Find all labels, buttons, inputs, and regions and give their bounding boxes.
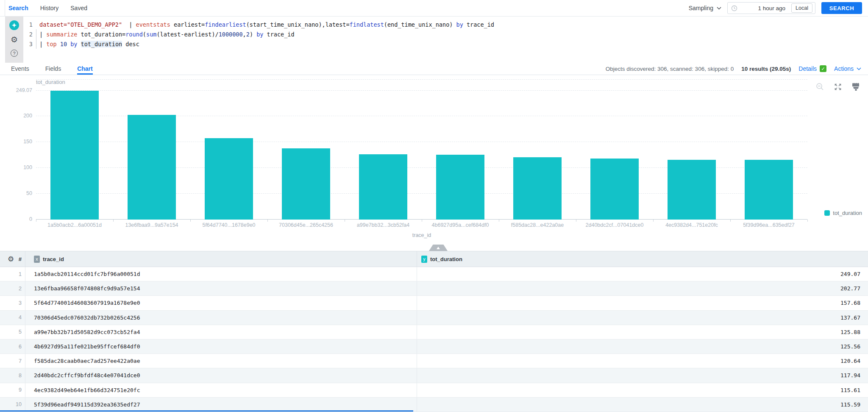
row-number-cell: 9	[0, 383, 25, 397]
tab-events[interactable]: Events	[11, 63, 29, 75]
table-row[interactable]: 11a5b0acb20114ccd01fc7bf96a00051d249.07	[0, 267, 868, 281]
y-tick-label: 200	[0, 113, 32, 119]
row-number-header: #	[19, 256, 22, 262]
tot-duration-cell[interactable]: 115.59	[417, 401, 868, 408]
table-row[interactable]: 64b6927d95a11fe021be95ffcef684df0125.56	[0, 340, 868, 354]
bar-slot	[730, 80, 807, 220]
timezone-local-button[interactable]: Local	[791, 3, 812, 13]
tot-duration-cell[interactable]: 125.88	[417, 329, 868, 335]
query-text[interactable]: 1dataset="OTEL_DEMO_APP2" | eventstats e…	[23, 19, 868, 49]
x-tick-mark	[730, 220, 731, 222]
query-line-1[interactable]: 1dataset="OTEL_DEMO_APP2" | eventstats e…	[23, 19, 868, 29]
bar-slot	[422, 80, 499, 220]
row-number-cell: 4	[0, 311, 25, 325]
x-category-label: 5f64d7740...1678e9e0	[190, 222, 267, 228]
trace-id-cell[interactable]: a99e7bb32b71d50582d9cc073cb52fa4	[25, 325, 417, 339]
bar-slot	[113, 80, 190, 220]
bar-slot	[36, 80, 113, 220]
table-row[interactable]: 94ec9382d49eb64e1fb66d324751e20fc115.61	[0, 383, 868, 398]
tot-duration-cell[interactable]: 249.07	[417, 271, 868, 277]
bar-10[interactable]	[745, 160, 793, 220]
time-range-value: 1 hour ago	[758, 5, 786, 11]
results-summary: 10 results (29.05s)	[741, 66, 791, 72]
trace-id-cell[interactable]: 5f64d774001d46083607919a1678e9e0	[25, 296, 417, 310]
trace-id-cell[interactable]: 70306d45edc076032db732b0265c4256	[25, 311, 417, 325]
search-button[interactable]: SEARCH	[821, 2, 862, 14]
tot-duration-cell[interactable]: 202.77	[417, 285, 868, 292]
tot-duration-cell[interactable]: 117.94	[417, 372, 868, 379]
x-tick-mark	[807, 220, 808, 222]
table-row[interactable]: 470306d45edc076032db732b0265c4256137.67	[0, 311, 868, 325]
bar-5[interactable]	[359, 154, 408, 220]
y-tick-label: 100	[0, 164, 32, 170]
bar-2[interactable]	[128, 115, 176, 220]
expand-icon[interactable]	[834, 83, 842, 91]
tab-fields[interactable]: Fields	[45, 63, 61, 75]
nav-tab-history[interactable]: History	[40, 5, 59, 11]
table-row[interactable]: 35f64d774001d46083607919a1678e9e0157.68	[0, 296, 868, 310]
indent-guide	[33, 39, 36, 49]
tot-duration-cell[interactable]: 115.61	[417, 387, 868, 393]
x-category-label: 4ec9382d4...751e20fc	[653, 222, 730, 228]
tot-duration-cell[interactable]: 120.64	[417, 358, 868, 364]
bar-8[interactable]	[590, 159, 639, 220]
tab-chart[interactable]: Chart	[77, 63, 93, 75]
row-number-cell: 6	[0, 340, 25, 354]
query-line-2[interactable]: 2| summarize tot_duration=round(sum(late…	[23, 29, 868, 39]
bar-3[interactable]	[205, 138, 253, 220]
table-row[interactable]: 213e6fbaa96658f074808fc9d9a57e154202.77	[0, 281, 868, 296]
trace-id-cell[interactable]: 5f39d96eadf949115d392ea3635edf27	[25, 398, 417, 412]
trace-id-cell[interactable]: f585dac28caab0aec7ad257ee422a0ae	[25, 354, 417, 368]
table-row[interactable]: 105f39d96eadf949115d392ea3635edf27115.59	[0, 398, 868, 412]
trace-id-cell[interactable]: 1a5b0acb20114ccd01fc7bf96a00051d	[25, 267, 417, 281]
x-category-label: 2d40bdc2cf...07041dce0	[576, 222, 653, 228]
line-number: 1	[23, 21, 33, 28]
trace-id-cell[interactable]: 13e6fbaa96658f074808fc9d9a57e154	[25, 281, 417, 295]
brush-icon[interactable]	[851, 83, 860, 91]
trace-id-cell[interactable]: 2d40bdc2cffcf9bfdf48c4e07041dce0	[25, 368, 417, 382]
query-line-3[interactable]: 3| top 10 by tot_duration desc	[23, 39, 868, 49]
x-tick-mark	[499, 220, 499, 222]
sparkle-ai-icon[interactable]	[9, 20, 19, 30]
tot-duration-cell[interactable]: 137.67	[417, 315, 868, 321]
nav-tab-search[interactable]: Search	[8, 5, 28, 11]
time-range-picker[interactable]: 1 hour ago Local	[727, 2, 815, 14]
table-settings-gear-icon[interactable]: ⚙	[8, 255, 14, 264]
table-row[interactable]: 82d40bdc2cffcf9bfdf48c4e07041dce0117.94	[0, 368, 868, 383]
y-tick-label: 0	[0, 216, 32, 222]
x-tick-mark	[653, 220, 654, 222]
results-table-body: 11a5b0acb20114ccd01fc7bf96a00051d249.072…	[0, 267, 868, 412]
chart-legend[interactable]: tot_duration	[824, 210, 862, 216]
actions-dropdown[interactable]: Actions	[834, 65, 861, 72]
table-row[interactable]: 5a99e7bb32b71d50582d9cc073cb52fa4125.88	[0, 325, 868, 340]
chart-plot-area[interactable]	[36, 80, 807, 220]
collapse-handle[interactable]	[429, 245, 448, 251]
sampling-dropdown[interactable]: Sampling	[689, 5, 721, 11]
bar-9[interactable]	[668, 160, 716, 220]
trace-id-cell[interactable]: 4b6927d95a11fe021be95ffcef684df0	[25, 340, 417, 354]
help-icon[interactable]: ?	[11, 50, 18, 57]
row-number-cell: 1	[0, 267, 25, 281]
bar-6[interactable]	[436, 155, 485, 220]
tot-duration-column-header[interactable]: y tot_duration	[417, 251, 868, 267]
trace-id-column-header[interactable]: x trace_id	[25, 251, 417, 267]
chart-toolbar	[816, 83, 860, 91]
query-editor[interactable]: ⚙ ? 1dataset="OTEL_DEMO_APP2" | eventsta…	[0, 16, 868, 63]
gear-icon[interactable]: ⚙	[11, 36, 18, 44]
bar-1[interactable]	[50, 91, 99, 220]
legend-swatch	[824, 210, 830, 216]
trace-id-cell[interactable]: 4ec9382d49eb64e1fb66d324751e20fc	[25, 383, 417, 397]
tot-duration-cell[interactable]: 125.56	[417, 343, 868, 350]
zoom-out-icon[interactable]	[816, 83, 824, 91]
clock-icon	[731, 5, 737, 11]
bar-7[interactable]	[513, 157, 562, 220]
details-link[interactable]: Details ✓	[798, 65, 826, 72]
nav-tab-saved[interactable]: Saved	[70, 5, 87, 11]
query-code: | top 10 by tot_duration desc	[39, 41, 139, 47]
bar-4[interactable]	[282, 148, 331, 220]
x-category-label: f585dac28...e422a0ae	[499, 222, 576, 228]
x-category-label: 1a5b0acb2...6a00051d	[36, 222, 113, 228]
bar-slot	[190, 80, 267, 220]
table-row[interactable]: 7f585dac28caab0aec7ad257ee422a0ae120.64	[0, 354, 868, 368]
tot-duration-cell[interactable]: 157.68	[417, 300, 868, 306]
